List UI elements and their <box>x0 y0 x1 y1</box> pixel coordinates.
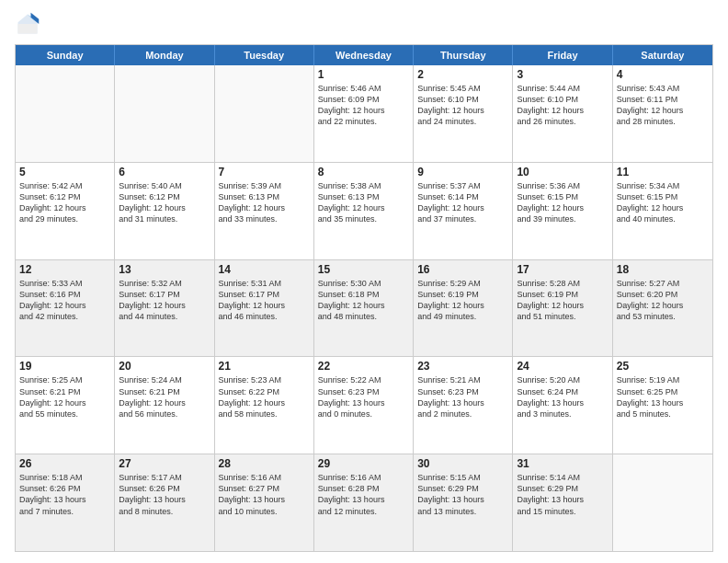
cell-text: Sunrise: 5:24 AM Sunset: 6:21 PM Dayligh… <box>119 374 210 419</box>
calendar-body: 1Sunrise: 5:46 AM Sunset: 6:09 PM Daylig… <box>16 65 712 551</box>
day-number: 20 <box>119 360 210 373</box>
cell-text: Sunrise: 5:15 AM Sunset: 6:29 PM Dayligh… <box>417 472 508 517</box>
day-number: 18 <box>617 263 709 276</box>
day-number: 24 <box>517 360 608 373</box>
day-number: 22 <box>318 360 409 373</box>
day-number: 31 <box>517 457 608 470</box>
weekday-header-saturday: Saturday <box>613 45 712 65</box>
cal-cell-3-0: 19Sunrise: 5:25 AM Sunset: 6:21 PM Dayli… <box>16 357 115 454</box>
cal-cell-1-1: 6Sunrise: 5:40 AM Sunset: 6:12 PM Daylig… <box>115 163 214 259</box>
cell-text: Sunrise: 5:43 AM Sunset: 6:11 PM Dayligh… <box>617 83 709 128</box>
cal-cell-0-6: 4Sunrise: 5:43 AM Sunset: 6:11 PM Daylig… <box>613 65 712 162</box>
header <box>15 11 713 37</box>
cell-text: Sunrise: 5:29 AM Sunset: 6:19 PM Dayligh… <box>417 278 508 323</box>
cell-text: Sunrise: 5:37 AM Sunset: 6:14 PM Dayligh… <box>417 180 508 225</box>
page: SundayMondayTuesdayWednesdayThursdayFrid… <box>0 0 728 563</box>
cell-text: Sunrise: 5:22 AM Sunset: 6:23 PM Dayligh… <box>318 374 409 419</box>
cal-cell-2-2: 14Sunrise: 5:31 AM Sunset: 6:17 PM Dayli… <box>215 260 314 357</box>
cal-cell-0-2 <box>215 65 314 162</box>
cell-text: Sunrise: 5:21 AM Sunset: 6:23 PM Dayligh… <box>417 374 508 419</box>
calendar-row-1: 5Sunrise: 5:42 AM Sunset: 6:12 PM Daylig… <box>16 163 712 260</box>
cell-text: Sunrise: 5:23 AM Sunset: 6:22 PM Dayligh… <box>219 374 310 419</box>
calendar-row-0: 1Sunrise: 5:46 AM Sunset: 6:09 PM Daylig… <box>16 65 712 163</box>
weekday-header-monday: Monday <box>115 45 214 65</box>
day-number: 16 <box>417 263 508 276</box>
cal-cell-2-6: 18Sunrise: 5:27 AM Sunset: 6:20 PM Dayli… <box>613 260 712 357</box>
cal-cell-3-6: 25Sunrise: 5:19 AM Sunset: 6:25 PM Dayli… <box>613 357 712 454</box>
cal-cell-1-0: 5Sunrise: 5:42 AM Sunset: 6:12 PM Daylig… <box>16 163 115 259</box>
cal-cell-1-4: 9Sunrise: 5:37 AM Sunset: 6:14 PM Daylig… <box>414 163 513 259</box>
cell-text: Sunrise: 5:14 AM Sunset: 6:29 PM Dayligh… <box>517 472 608 517</box>
cell-text: Sunrise: 5:33 AM Sunset: 6:16 PM Dayligh… <box>19 278 110 323</box>
cal-cell-0-1 <box>115 65 214 162</box>
day-number: 10 <box>517 166 608 178</box>
cal-cell-2-1: 13Sunrise: 5:32 AM Sunset: 6:17 PM Dayli… <box>115 260 214 357</box>
cell-text: Sunrise: 5:20 AM Sunset: 6:24 PM Dayligh… <box>517 374 608 419</box>
cal-cell-3-4: 23Sunrise: 5:21 AM Sunset: 6:23 PM Dayli… <box>414 357 513 454</box>
weekday-header-wednesday: Wednesday <box>314 45 414 65</box>
cell-text: Sunrise: 5:16 AM Sunset: 6:28 PM Dayligh… <box>318 472 409 517</box>
cal-cell-2-0: 12Sunrise: 5:33 AM Sunset: 6:16 PM Dayli… <box>16 260 115 357</box>
cal-cell-0-5: 3Sunrise: 5:44 AM Sunset: 6:10 PM Daylig… <box>513 65 612 162</box>
cal-cell-1-2: 7Sunrise: 5:39 AM Sunset: 6:13 PM Daylig… <box>215 163 314 259</box>
day-number: 9 <box>417 166 508 178</box>
cal-cell-1-3: 8Sunrise: 5:38 AM Sunset: 6:13 PM Daylig… <box>314 163 414 259</box>
cal-cell-3-2: 21Sunrise: 5:23 AM Sunset: 6:22 PM Dayli… <box>215 357 314 454</box>
calendar-row-4: 26Sunrise: 5:18 AM Sunset: 6:26 PM Dayli… <box>16 454 712 551</box>
day-number: 6 <box>119 166 210 178</box>
weekday-header-thursday: Thursday <box>414 45 513 65</box>
day-number: 1 <box>318 68 409 81</box>
cell-text: Sunrise: 5:36 AM Sunset: 6:15 PM Dayligh… <box>517 180 608 225</box>
cal-cell-4-2: 28Sunrise: 5:16 AM Sunset: 6:27 PM Dayli… <box>215 454 314 551</box>
cal-cell-4-0: 26Sunrise: 5:18 AM Sunset: 6:26 PM Dayli… <box>16 454 115 551</box>
cal-cell-4-3: 29Sunrise: 5:16 AM Sunset: 6:28 PM Dayli… <box>314 454 414 551</box>
day-number: 3 <box>517 68 608 81</box>
cal-cell-3-1: 20Sunrise: 5:24 AM Sunset: 6:21 PM Dayli… <box>115 357 214 454</box>
day-number: 26 <box>19 457 110 470</box>
weekday-header-friday: Friday <box>513 45 612 65</box>
cell-text: Sunrise: 5:25 AM Sunset: 6:21 PM Dayligh… <box>19 374 110 419</box>
day-number: 17 <box>517 263 608 276</box>
cal-cell-4-1: 27Sunrise: 5:17 AM Sunset: 6:26 PM Dayli… <box>115 454 214 551</box>
calendar: SundayMondayTuesdayWednesdayThursdayFrid… <box>15 44 713 552</box>
cell-text: Sunrise: 5:44 AM Sunset: 6:10 PM Dayligh… <box>517 83 608 128</box>
cal-cell-0-4: 2Sunrise: 5:45 AM Sunset: 6:10 PM Daylig… <box>414 65 513 162</box>
cal-cell-2-3: 15Sunrise: 5:30 AM Sunset: 6:18 PM Dayli… <box>314 260 414 357</box>
day-number: 8 <box>318 166 409 178</box>
day-number: 14 <box>219 263 310 276</box>
cal-cell-1-6: 11Sunrise: 5:34 AM Sunset: 6:15 PM Dayli… <box>613 163 712 259</box>
day-number: 29 <box>318 457 409 470</box>
cal-cell-2-5: 17Sunrise: 5:28 AM Sunset: 6:19 PM Dayli… <box>513 260 612 357</box>
cell-text: Sunrise: 5:34 AM Sunset: 6:15 PM Dayligh… <box>617 180 709 225</box>
cell-text: Sunrise: 5:17 AM Sunset: 6:26 PM Dayligh… <box>119 472 210 517</box>
logo <box>15 11 46 37</box>
cal-cell-4-4: 30Sunrise: 5:15 AM Sunset: 6:29 PM Dayli… <box>414 454 513 551</box>
calendar-header: SundayMondayTuesdayWednesdayThursdayFrid… <box>16 45 712 65</box>
cal-cell-0-3: 1Sunrise: 5:46 AM Sunset: 6:09 PM Daylig… <box>314 65 414 162</box>
day-number: 13 <box>119 263 210 276</box>
day-number: 30 <box>417 457 508 470</box>
day-number: 11 <box>617 166 709 178</box>
cal-cell-3-5: 24Sunrise: 5:20 AM Sunset: 6:24 PM Dayli… <box>513 357 612 454</box>
calendar-row-3: 19Sunrise: 5:25 AM Sunset: 6:21 PM Dayli… <box>16 357 712 454</box>
weekday-header-sunday: Sunday <box>16 45 115 65</box>
logo-icon <box>15 11 40 37</box>
cell-text: Sunrise: 5:30 AM Sunset: 6:18 PM Dayligh… <box>318 278 409 323</box>
cell-text: Sunrise: 5:16 AM Sunset: 6:27 PM Dayligh… <box>219 472 310 517</box>
weekday-header-tuesday: Tuesday <box>215 45 314 65</box>
cal-cell-2-4: 16Sunrise: 5:29 AM Sunset: 6:19 PM Dayli… <box>414 260 513 357</box>
day-number: 7 <box>219 166 310 178</box>
cell-text: Sunrise: 5:28 AM Sunset: 6:19 PM Dayligh… <box>517 278 608 323</box>
cal-cell-4-6 <box>613 454 712 551</box>
cell-text: Sunrise: 5:18 AM Sunset: 6:26 PM Dayligh… <box>19 472 110 517</box>
cell-text: Sunrise: 5:45 AM Sunset: 6:10 PM Dayligh… <box>417 83 508 128</box>
cal-cell-0-0 <box>16 65 115 162</box>
cell-text: Sunrise: 5:46 AM Sunset: 6:09 PM Dayligh… <box>318 83 409 128</box>
cell-text: Sunrise: 5:32 AM Sunset: 6:17 PM Dayligh… <box>119 278 210 323</box>
cell-text: Sunrise: 5:19 AM Sunset: 6:25 PM Dayligh… <box>617 374 709 419</box>
day-number: 21 <box>219 360 310 373</box>
cal-cell-4-5: 31Sunrise: 5:14 AM Sunset: 6:29 PM Dayli… <box>513 454 612 551</box>
day-number: 5 <box>19 166 110 178</box>
day-number: 28 <box>219 457 310 470</box>
calendar-row-2: 12Sunrise: 5:33 AM Sunset: 6:16 PM Dayli… <box>16 260 712 358</box>
